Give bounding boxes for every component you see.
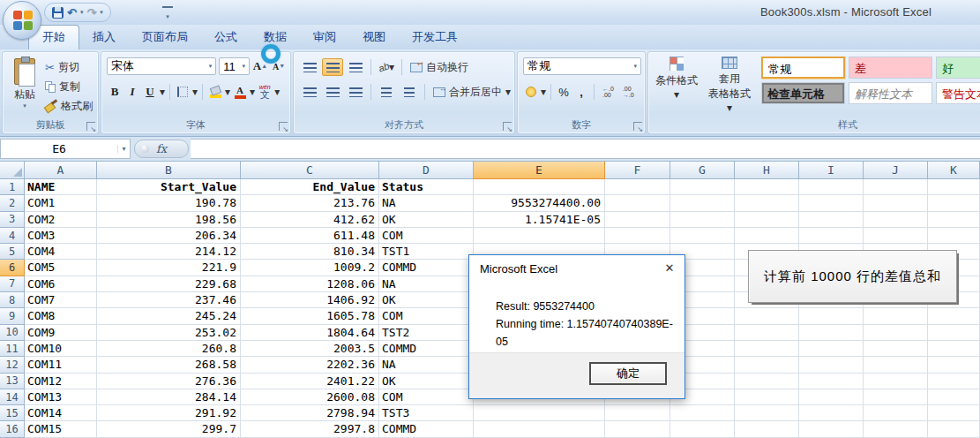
cell-K2[interactable]	[928, 195, 980, 211]
tab-7[interactable]: 视图	[349, 26, 399, 49]
align-right-button[interactable]	[345, 83, 366, 101]
cell-D14[interactable]: COM	[379, 389, 474, 405]
cell-B7[interactable]: 229.68	[97, 276, 241, 292]
cell-D6[interactable]: COMMD	[379, 260, 474, 276]
cell-H1[interactable]	[735, 179, 799, 195]
clipboard-dialog-launcher-icon[interactable]	[86, 122, 95, 131]
cell-I14[interactable]	[799, 389, 864, 405]
column-header-D[interactable]: D	[379, 162, 474, 179]
cell-G16[interactable]	[670, 421, 735, 437]
row-header-2[interactable]: 2	[0, 195, 25, 211]
cell-A10[interactable]: COM9	[25, 325, 97, 341]
cut-button[interactable]: ✂ 剪切	[45, 59, 79, 75]
cell-A16[interactable]: COM15	[25, 421, 97, 437]
tab-6[interactable]: 审阅	[300, 26, 349, 49]
number-dialog-launcher-icon[interactable]	[633, 122, 642, 131]
cell-B3[interactable]: 198.56	[97, 212, 241, 228]
cell-C9[interactable]: 1605.78	[241, 308, 379, 324]
align-center-button[interactable]	[322, 83, 343, 101]
cell-D9[interactable]: COM	[379, 308, 474, 324]
row-header-11[interactable]: 11	[0, 341, 25, 357]
format-as-table-dropdown-icon[interactable]: ▾	[727, 102, 732, 114]
cell-B9[interactable]: 245.24	[97, 308, 241, 324]
cell-D1[interactable]: Status	[379, 179, 474, 195]
cell-A13[interactable]: COM12	[25, 374, 97, 389]
row-header-7[interactable]: 7	[0, 276, 25, 292]
phonetic-button[interactable]: wén文	[257, 83, 273, 101]
cell-G3[interactable]	[670, 212, 735, 228]
row-header-10[interactable]: 10	[0, 325, 25, 341]
cell-A8[interactable]: COM7	[25, 292, 97, 308]
cell-C1[interactable]: End_Value	[241, 179, 379, 195]
cell-E2[interactable]: 9553274400.00	[474, 195, 605, 211]
cell-E4[interactable]	[474, 228, 605, 244]
row-header-8[interactable]: 8	[0, 292, 25, 308]
office-button[interactable]	[3, 1, 41, 40]
cell-C7[interactable]: 1208.06	[241, 276, 379, 292]
macro-run-button[interactable]: 计算前 10000 行的差值总和	[748, 250, 957, 303]
column-header-A[interactable]: A	[25, 162, 97, 179]
cell-F3[interactable]	[605, 212, 670, 228]
row-header-14[interactable]: 14	[0, 389, 25, 405]
cell-style-chip-1[interactable]: 常规	[761, 57, 845, 79]
cell-B12[interactable]: 268.58	[97, 357, 241, 373]
cell-I15[interactable]	[799, 405, 864, 421]
wrap-text-button[interactable]: 自动换行	[407, 58, 472, 76]
cell-I10[interactable]	[799, 325, 864, 341]
cell-K14[interactable]	[928, 389, 980, 405]
cell-H13[interactable]	[735, 374, 799, 389]
cell-K9[interactable]	[928, 308, 980, 324]
cell-D10[interactable]: TST2	[379, 325, 474, 341]
borders-dropdown-icon[interactable]: ▾	[192, 86, 198, 98]
cell-C13[interactable]: 2401.22	[241, 374, 379, 389]
underline-button[interactable]: U	[142, 83, 158, 101]
cell-style-chip-3[interactable]: 好	[936, 57, 980, 79]
decrease-indent-button[interactable]	[376, 83, 397, 101]
cell-I2[interactable]	[799, 195, 864, 211]
conditional-formatting-dropdown-icon[interactable]: ▾	[652, 88, 701, 101]
cell-B5[interactable]: 214.12	[97, 244, 241, 260]
cell-D13[interactable]: OK	[379, 374, 474, 389]
cell-C11[interactable]: 2003.5	[241, 341, 379, 357]
cell-J12[interactable]	[864, 357, 928, 373]
cell-F4[interactable]	[605, 228, 670, 244]
cell-I1[interactable]	[799, 179, 864, 195]
cell-E16[interactable]	[474, 421, 605, 437]
column-header-H[interactable]: H	[735, 162, 799, 179]
tab-2[interactable]: 插入	[79, 26, 129, 49]
cell-I4[interactable]	[799, 228, 864, 244]
cell-J13[interactable]	[864, 374, 928, 389]
save-icon[interactable]	[52, 7, 64, 19]
cell-F15[interactable]	[605, 405, 670, 421]
cell-H9[interactable]	[735, 308, 799, 324]
cell-J9[interactable]	[864, 308, 928, 324]
cell-A2[interactable]: COM1	[25, 195, 97, 211]
font-name-combo[interactable]: 宋体▾	[107, 57, 216, 75]
cell-B15[interactable]: 291.92	[97, 405, 241, 421]
cell-G15[interactable]	[670, 405, 735, 421]
cell-K16[interactable]	[928, 421, 980, 437]
column-header-J[interactable]: J	[864, 162, 928, 179]
select-all-button[interactable]	[0, 162, 25, 179]
cell-B4[interactable]: 206.34	[97, 228, 241, 244]
cell-E15[interactable]	[474, 405, 605, 421]
cell-B16[interactable]: 299.7	[97, 421, 241, 437]
cell-J2[interactable]	[864, 195, 928, 211]
cell-H15[interactable]	[735, 405, 799, 421]
merge-center-button[interactable]: 合并后居中 ▾	[430, 83, 514, 101]
cell-D11[interactable]: COMMD	[379, 341, 474, 357]
row-header-5[interactable]: 5	[0, 244, 25, 260]
cell-J1[interactable]	[864, 179, 928, 195]
cell-K11[interactable]	[928, 341, 980, 357]
cell-C12[interactable]: 2202.36	[241, 357, 379, 373]
row-header-4[interactable]: 4	[0, 228, 25, 244]
cell-D4[interactable]: COM	[379, 228, 474, 244]
cell-B14[interactable]: 284.14	[97, 389, 241, 405]
cell-E3[interactable]: 1.15741E-05	[474, 212, 605, 228]
cell-D15[interactable]: TST3	[379, 405, 474, 421]
cell-A3[interactable]: COM2	[25, 212, 97, 228]
format-painter-button[interactable]: 格式刷	[45, 98, 93, 114]
cell-F2[interactable]	[605, 195, 670, 211]
cell-H4[interactable]	[735, 228, 799, 244]
cell-A1[interactable]: NAME	[25, 179, 97, 195]
